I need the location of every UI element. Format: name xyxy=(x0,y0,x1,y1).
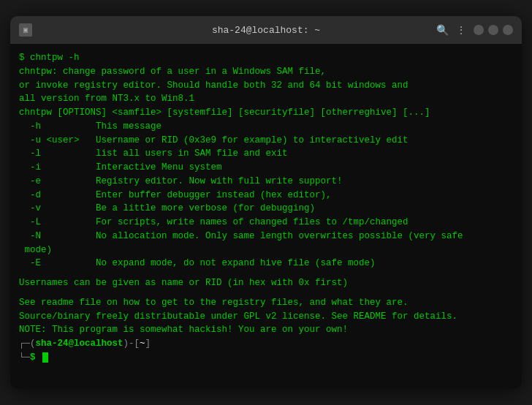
terminal-window: ▣ sha-24@localhost: ~ 🔍 ⋮ $ chntpw -h ch… xyxy=(10,16,522,389)
prompt-bracket-close: ] xyxy=(145,337,151,351)
prompt-path: ~ xyxy=(140,337,145,351)
prompt-line: ┌─(sha-24@localhost)-[~] xyxy=(19,337,513,351)
output-readme: See readme file on how to get to the reg… xyxy=(19,296,513,310)
option-L: -L For scripts, write names of changed f… xyxy=(19,216,513,230)
option-d: -d Enter buffer debugger instead (hex ed… xyxy=(19,189,513,202)
input-line[interactable]: └─$ xyxy=(19,351,513,365)
prompt-host: localhost xyxy=(74,337,123,351)
window-btn-2[interactable] xyxy=(488,25,498,35)
option-h: -h This message xyxy=(19,120,513,134)
option-N-cont: mode) xyxy=(19,243,513,257)
output-line-1: chntpw: change password of a user in a W… xyxy=(19,65,513,79)
prompt-user: sha-24@ xyxy=(36,337,75,351)
app-icon: ▣ xyxy=(19,23,32,37)
prompt-bracket-mid: )-[ xyxy=(123,337,140,351)
window-btn-3[interactable] xyxy=(503,25,513,35)
prompt-arrow: └─ xyxy=(19,351,30,365)
prompt-symbol: $ xyxy=(30,351,36,365)
option-v: -v Be a little more verbose (for debuggi… xyxy=(19,202,513,216)
output-line-3: all version from NT3.x to Win8.1 xyxy=(19,92,513,106)
window-btn-1[interactable] xyxy=(474,25,484,35)
option-N: -N No allocation mode. Only same length … xyxy=(19,230,513,243)
command-line: $ chntpw -h xyxy=(19,51,513,65)
cursor xyxy=(42,352,48,363)
output-warning: NOTE: This program is somewhat hackish! … xyxy=(19,323,513,337)
menu-icon[interactable]: ⋮ xyxy=(456,24,466,37)
option-e: -e Registry editor. Now with full write … xyxy=(19,175,513,189)
output-line-4: chntpw [OPTIONS] <samfile> [systemfile] … xyxy=(19,106,513,120)
titlebar-right: 🔍 ⋮ xyxy=(436,24,513,37)
terminal-icon: ▣ xyxy=(23,26,28,34)
titlebar: ▣ sha-24@localhost: ~ 🔍 ⋮ xyxy=(10,16,522,44)
search-icon[interactable]: 🔍 xyxy=(436,24,449,37)
window-title: sha-24@localhost: ~ xyxy=(212,25,320,36)
titlebar-left: ▣ xyxy=(19,23,32,37)
window-buttons xyxy=(474,25,513,35)
output-license: Source/binary freely distributable under… xyxy=(19,310,513,324)
prompt-bracket-open: ┌─( xyxy=(19,337,36,351)
output-rid: Usernames can be given as name or RID (i… xyxy=(19,276,513,290)
option-u: -u <user> Username or RID (0x3e9 for exa… xyxy=(19,134,513,148)
option-l: -l list all users in SAM file and exit xyxy=(19,147,513,161)
option-E: -E No expand mode, do not expand hive fi… xyxy=(19,257,513,270)
output-line-2: or invoke registry editor. Should handle… xyxy=(19,79,513,93)
terminal-body[interactable]: $ chntpw -h chntpw: change password of a… xyxy=(10,44,522,389)
option-i: -i Interactive Menu system xyxy=(19,161,513,175)
